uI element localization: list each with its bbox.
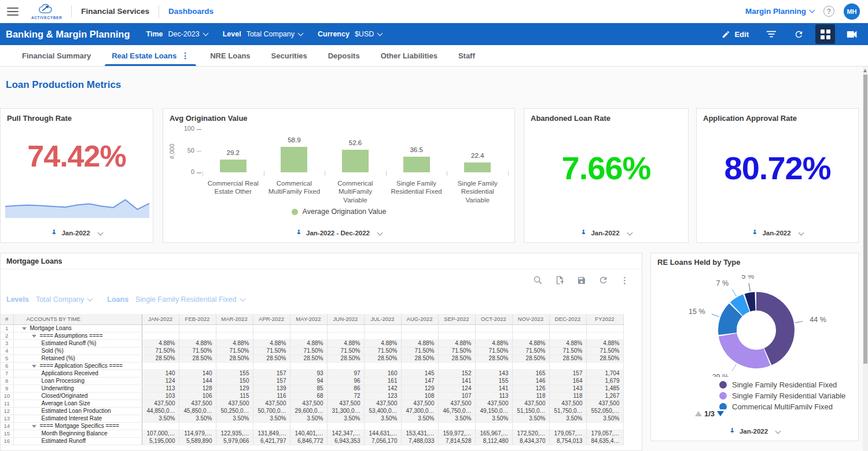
value-cell[interactable]: 72 bbox=[327, 392, 364, 400]
value-cell[interactable]: 44,850,0… bbox=[142, 407, 179, 415]
tab-deposits[interactable]: Deposits bbox=[318, 45, 370, 66]
value-cell[interactable]: 142,347,… bbox=[327, 430, 364, 437]
value-cell[interactable]: 157 bbox=[253, 369, 290, 377]
value-cell[interactable]: 5,979,066 bbox=[216, 437, 253, 445]
value-cell[interactable]: 124 bbox=[142, 377, 179, 385]
value-cell[interactable]: 157 bbox=[253, 377, 290, 385]
refresh-button[interactable] bbox=[788, 24, 810, 45]
value-cell[interactable]: 108 bbox=[401, 392, 438, 400]
value-cell[interactable]: 161 bbox=[364, 377, 401, 385]
value-cell[interactable]: 71.50% bbox=[586, 347, 623, 354]
value-cell[interactable]: 437,500 bbox=[438, 400, 475, 407]
account-cell[interactable]: Closed/Originated bbox=[13, 392, 142, 400]
value-cell[interactable] bbox=[179, 422, 216, 430]
value-cell[interactable]: 3.50% bbox=[549, 415, 586, 422]
value-cell[interactable]: 51,150,0… bbox=[512, 407, 549, 415]
value-cell[interactable]: 8,112,480 bbox=[475, 437, 512, 445]
column-header[interactable]: JUN-2022 bbox=[327, 314, 364, 324]
value-cell[interactable] bbox=[549, 324, 586, 332]
account-cell[interactable]: Estimated Interest Rate bbox=[13, 415, 142, 422]
value-cell[interactable]: 4.88% bbox=[364, 339, 401, 347]
filter-file-icon[interactable] bbox=[555, 275, 565, 285]
value-cell[interactable]: 86 bbox=[327, 385, 364, 392]
period-selector[interactable]: Jan-2022 bbox=[651, 427, 858, 435]
value-cell[interactable]: 145 bbox=[401, 369, 438, 377]
value-cell[interactable]: 147 bbox=[401, 377, 438, 385]
value-cell[interactable] bbox=[290, 324, 327, 332]
value-cell[interactable] bbox=[549, 362, 586, 369]
value-cell[interactable]: 4.88% bbox=[586, 339, 623, 347]
value-cell[interactable]: 50,700,0… bbox=[253, 407, 290, 415]
value-cell[interactable]: 160 bbox=[364, 369, 401, 377]
value-cell[interactable]: 3.50% bbox=[364, 415, 401, 422]
value-cell[interactable]: 140 bbox=[142, 369, 179, 377]
nav-financial-services[interactable]: Financial Services bbox=[81, 7, 149, 16]
value-cell[interactable]: 143 bbox=[549, 385, 586, 392]
account-cell[interactable]: Applications Received bbox=[13, 369, 142, 377]
value-cell[interactable]: 152 bbox=[438, 369, 475, 377]
value-cell[interactable] bbox=[438, 324, 475, 332]
value-cell[interactable]: 1,679 bbox=[586, 377, 623, 385]
value-cell[interactable] bbox=[290, 362, 327, 369]
value-cell[interactable]: 7,488,033 bbox=[401, 437, 438, 445]
page-scrollbar[interactable] bbox=[863, 66, 868, 451]
grid-view-button[interactable] bbox=[815, 24, 835, 44]
value-cell[interactable] bbox=[586, 324, 623, 332]
value-cell[interactable]: 155 bbox=[475, 377, 512, 385]
value-cell[interactable]: 437,500 bbox=[475, 400, 512, 407]
value-cell[interactable]: 28.50% bbox=[290, 354, 327, 362]
scrollbar-thumb[interactable] bbox=[863, 75, 867, 364]
value-cell[interactable] bbox=[475, 362, 512, 369]
value-cell[interactable] bbox=[512, 362, 549, 369]
value-cell[interactable] bbox=[549, 332, 586, 339]
tab-more-icon[interactable]: ⋮ bbox=[181, 51, 189, 60]
edit-button[interactable]: Edit bbox=[716, 24, 755, 45]
value-cell[interactable]: 96 bbox=[327, 377, 364, 385]
account-cell[interactable]: ==== Assumptions ==== bbox=[13, 332, 142, 339]
value-cell[interactable]: 3.50% bbox=[179, 415, 216, 422]
value-cell[interactable]: 116 bbox=[253, 392, 290, 400]
scroll-up-icon[interactable] bbox=[863, 69, 867, 72]
value-cell[interactable]: 3.50% bbox=[512, 415, 549, 422]
value-cell[interactable]: 8,434,370 bbox=[512, 437, 549, 445]
period-selector[interactable]: Jan-2022 bbox=[697, 229, 858, 237]
column-header[interactable]: MAR-2022 bbox=[216, 314, 253, 324]
value-cell[interactable]: 71.50% bbox=[179, 347, 216, 354]
value-cell[interactable]: 71.50% bbox=[512, 347, 549, 354]
bar[interactable] bbox=[220, 160, 247, 172]
value-cell[interactable]: 6,943,353 bbox=[327, 437, 364, 445]
value-cell[interactable]: 118 bbox=[549, 392, 586, 400]
bar[interactable] bbox=[342, 150, 369, 172]
value-cell[interactable] bbox=[438, 362, 475, 369]
value-cell[interactable]: 113 bbox=[142, 385, 179, 392]
tab-financial-summary[interactable]: Financial Summary bbox=[12, 45, 101, 66]
collapse-icon[interactable] bbox=[32, 335, 36, 338]
record-button[interactable] bbox=[841, 24, 863, 45]
account-cell[interactable]: Month Beginning Balance bbox=[13, 430, 142, 437]
value-cell[interactable] bbox=[142, 422, 179, 430]
value-cell[interactable]: 437,500 bbox=[327, 400, 364, 407]
nav-dashboards[interactable]: Dashboards bbox=[168, 7, 214, 16]
value-cell[interactable]: 437,500 bbox=[549, 400, 586, 407]
brand-logo[interactable]: ACTIVECYBER bbox=[31, 3, 62, 20]
value-cell[interactable]: 45,850,0… bbox=[179, 407, 216, 415]
column-header[interactable]: JAN-2022 bbox=[142, 314, 179, 324]
value-cell[interactable]: 124 bbox=[438, 385, 475, 392]
value-cell[interactable]: 97 bbox=[327, 369, 364, 377]
value-cell[interactable] bbox=[401, 332, 438, 339]
value-cell[interactable]: 46,750,0… bbox=[438, 407, 475, 415]
value-cell[interactable]: 28.50% bbox=[253, 354, 290, 362]
value-cell[interactable]: 3.50% bbox=[401, 415, 438, 422]
value-cell[interactable] bbox=[401, 324, 438, 332]
value-cell[interactable]: 4.88% bbox=[290, 339, 327, 347]
value-cell[interactable]: 31,300,0… bbox=[327, 407, 364, 415]
value-cell[interactable]: 93 bbox=[290, 369, 327, 377]
value-cell[interactable] bbox=[364, 332, 401, 339]
value-cell[interactable]: 122,935,… bbox=[216, 430, 253, 437]
value-cell[interactable]: 3.50% bbox=[142, 415, 179, 422]
value-cell[interactable]: 4.88% bbox=[512, 339, 549, 347]
account-cell[interactable]: ==== Application Specifics ==== bbox=[13, 362, 142, 369]
value-cell[interactable] bbox=[142, 324, 179, 332]
value-cell[interactable]: 437,500 bbox=[179, 400, 216, 407]
value-cell[interactable]: 3.50% bbox=[253, 415, 290, 422]
